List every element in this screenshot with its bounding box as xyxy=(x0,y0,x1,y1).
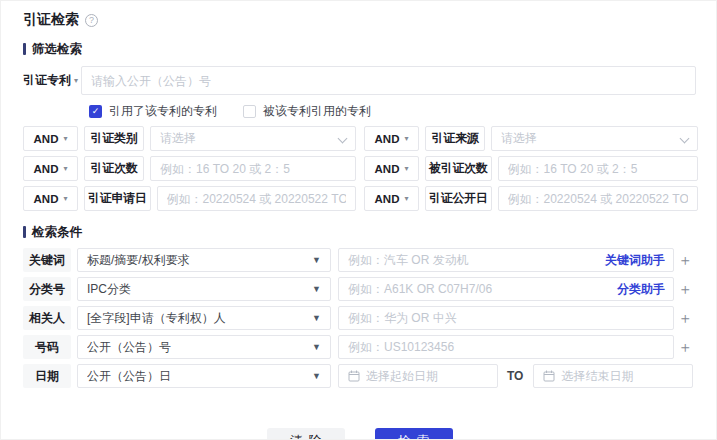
checkbox-citing-label: 引用了该专利的专利 xyxy=(109,103,217,120)
cited-patent-field-select[interactable]: 引证专利 ▾ xyxy=(23,72,81,89)
select-caret-icon: ▼ xyxy=(312,372,321,381)
checkbox-unchecked-icon[interactable] xyxy=(243,105,256,118)
citation-type-select[interactable]: 请选择 xyxy=(150,126,356,151)
caret-down-icon: ▾ xyxy=(63,165,67,173)
field-label: 引证次数 xyxy=(84,156,144,181)
caret-down-icon: ▾ xyxy=(404,195,408,203)
cited-count-field xyxy=(498,156,698,181)
classification-field-select[interactable]: IPC分类 ▼ xyxy=(77,277,331,301)
cited-patent-input-box xyxy=(81,66,696,95)
end-date-picker[interactable] xyxy=(533,364,693,388)
section-bar xyxy=(23,43,26,55)
number-input[interactable] xyxy=(348,340,664,354)
end-date-input[interactable] xyxy=(561,369,683,383)
select-value: IPC分类 xyxy=(87,281,312,298)
caret-down-icon: ▾ xyxy=(63,135,67,143)
field-label: 引证类别 xyxy=(84,126,144,151)
filter-row-citation-type: AND ▾ 引证类别 请选择 xyxy=(23,126,356,151)
select-caret-icon: ▼ xyxy=(312,256,321,265)
keyword-assistant-link[interactable]: 关键词助手 xyxy=(605,248,665,272)
filter-grid: AND ▾ 引证类别 请选择 AND ▾ 引证来源 xyxy=(23,126,696,211)
related-person-input-wrap xyxy=(338,306,674,330)
filter-row-citation-app-date: AND ▾ 引证申请日 xyxy=(23,186,356,211)
select-value: 公开（公告）号 xyxy=(87,339,312,356)
citation-app-date-input[interactable] xyxy=(167,192,346,206)
filter-row-citation-count: AND ▾ 引证次数 xyxy=(23,156,356,181)
row-label: 号码 xyxy=(23,335,71,359)
citation-direction-checkboxes: ✓ 引用了该专利的专利 被该专利引用的专利 xyxy=(89,104,696,119)
select-caret-icon: ▼ xyxy=(312,314,321,323)
caret-down-icon: ▾ xyxy=(63,195,67,203)
condition-row-related-person: 相关人 [全字段]申请（专利权）人 ▼ ＋ xyxy=(23,306,696,330)
add-row-icon[interactable]: ＋ xyxy=(674,277,696,301)
checkbox-checked-icon[interactable]: ✓ xyxy=(89,105,102,118)
classification-input[interactable] xyxy=(348,282,593,296)
cited-patent-input[interactable] xyxy=(91,74,686,88)
cited-count-input[interactable] xyxy=(508,162,688,176)
filter-row-citation-source: AND ▾ 引证来源 请选择 xyxy=(364,126,698,151)
select-value: [全字段]申请（专利权）人 xyxy=(87,310,312,327)
related-person-input[interactable] xyxy=(348,311,664,325)
condition-row-date: 日期 公开（公告）日 ▼ xyxy=(23,364,696,388)
checkbox-cited-label: 被该专利引用的专利 xyxy=(263,103,371,120)
citation-pub-date-input[interactable] xyxy=(508,192,688,206)
cited-patent-row: 引证专利 ▾ xyxy=(23,66,696,95)
citation-app-date-field xyxy=(157,186,356,211)
checkbox-cited[interactable]: 被该专利引用的专利 xyxy=(243,103,371,120)
condition-section-header: 检索条件 xyxy=(23,224,696,240)
select-value: 标题/摘要/权利要求 xyxy=(87,252,312,269)
keyword-input[interactable] xyxy=(348,253,593,267)
select-caret-icon: ▼ xyxy=(312,285,321,294)
citation-count-input[interactable] xyxy=(160,162,346,176)
row-label: 关键词 xyxy=(23,248,71,272)
operator-select[interactable]: AND ▾ xyxy=(23,186,78,211)
classification-assistant-link[interactable]: 分类助手 xyxy=(617,277,665,301)
operator-select[interactable]: AND ▾ xyxy=(23,126,78,151)
operator-label: AND xyxy=(34,133,59,145)
add-row-icon[interactable]: ＋ xyxy=(674,335,696,359)
operator-label: AND xyxy=(34,193,59,205)
caret-down-icon: ▾ xyxy=(404,135,408,143)
operator-select[interactable]: AND ▾ xyxy=(364,186,419,211)
number-field-select[interactable]: 公开（公告）号 ▼ xyxy=(77,335,331,359)
operator-label: AND xyxy=(34,163,59,175)
filter-section-title: 筛选检索 xyxy=(32,41,82,58)
caret-down-icon: ▾ xyxy=(74,77,78,85)
field-label: 引证申请日 xyxy=(84,186,151,211)
condition-row-number: 号码 公开（公告）号 ▼ ＋ xyxy=(23,335,696,359)
condition-row-classification: 分类号 IPC分类 ▼ 分类助手 ＋ xyxy=(23,277,696,301)
start-date-picker[interactable] xyxy=(338,364,498,388)
filter-section-header: 筛选检索 xyxy=(23,41,696,57)
checkbox-citing[interactable]: ✓ 引用了该专利的专利 xyxy=(89,103,217,120)
operator-select[interactable]: AND ▾ xyxy=(23,156,78,181)
condition-section-title: 检索条件 xyxy=(32,224,82,241)
select-placeholder: 请选择 xyxy=(501,130,688,147)
filter-row-citation-pub-date: AND ▾ 引证公开日 xyxy=(364,186,698,211)
citation-count-field xyxy=(150,156,356,181)
operator-label: AND xyxy=(375,133,400,145)
citation-source-select[interactable]: 请选择 xyxy=(491,126,698,151)
citation-search-panel: 引证检索 ? 筛选检索 引证专利 ▾ ✓ 引用了该专利的专利 被该专利引用的专利 xyxy=(0,0,717,440)
select-caret-icon: ▼ xyxy=(312,343,321,352)
clear-button[interactable]: 清除 xyxy=(267,428,345,440)
operator-select[interactable]: AND ▾ xyxy=(364,156,419,181)
search-button[interactable]: 检索 xyxy=(375,428,453,440)
calendar-icon xyxy=(348,370,360,382)
action-buttons: 清除 检索 xyxy=(23,428,696,440)
date-field-select[interactable]: 公开（公告）日 ▼ xyxy=(77,364,331,388)
calendar-icon xyxy=(543,370,555,382)
field-label: 引证来源 xyxy=(425,126,485,151)
start-date-input[interactable] xyxy=(366,369,488,383)
page-header: 引证检索 ? xyxy=(23,9,696,31)
field-label: 引证公开日 xyxy=(425,186,492,211)
operator-select[interactable]: AND ▾ xyxy=(364,126,419,151)
row-label: 分类号 xyxy=(23,277,71,301)
add-row-icon[interactable]: ＋ xyxy=(674,306,696,330)
add-row-icon[interactable]: ＋ xyxy=(674,248,696,272)
select-placeholder: 请选择 xyxy=(160,130,346,147)
keyword-input-wrap: 关键词助手 xyxy=(338,248,674,272)
section-bar xyxy=(23,226,26,238)
related-person-field-select[interactable]: [全字段]申请（专利权）人 ▼ xyxy=(77,306,331,330)
keyword-field-select[interactable]: 标题/摘要/权利要求 ▼ xyxy=(77,248,331,272)
help-icon[interactable]: ? xyxy=(85,14,98,27)
